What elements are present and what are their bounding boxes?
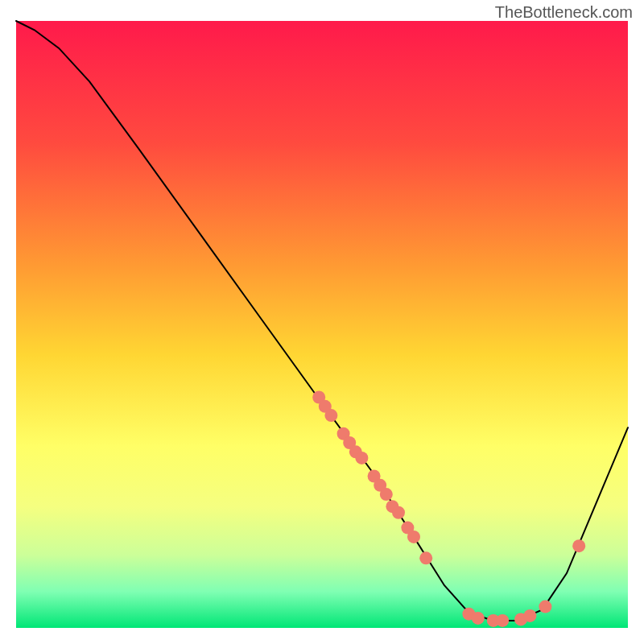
scatter-point <box>380 488 393 501</box>
scatter-point <box>523 609 536 622</box>
scatter-point <box>407 530 420 543</box>
scatter-point <box>539 601 551 613</box>
scatter-point <box>392 506 405 519</box>
plot-background <box>16 21 628 628</box>
scatter-point <box>496 614 509 627</box>
chart-svg <box>0 0 644 644</box>
scatter-point <box>419 551 432 564</box>
scatter-point <box>324 409 337 422</box>
watermark-label: TheBottleneck.com <box>495 3 633 22</box>
scatter-point <box>472 612 485 625</box>
scatter-point <box>572 539 585 552</box>
chart-container: TheBottleneck.com <box>0 0 644 644</box>
scatter-point <box>355 452 368 464</box>
